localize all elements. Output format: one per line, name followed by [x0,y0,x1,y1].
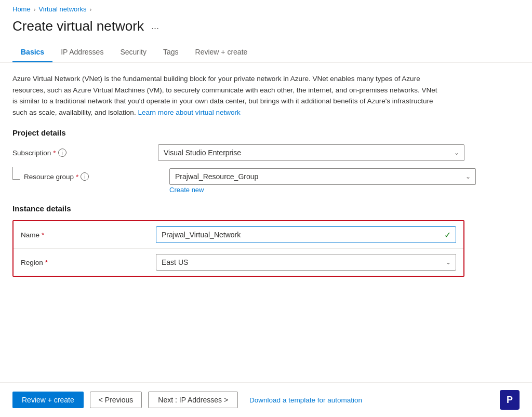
download-template-link[interactable]: Download a template for automation [249,396,362,404]
region-select-wrapper: East US ⌄ [156,254,456,271]
page-header: Create virtual network ... [0,16,532,43]
instance-name-row: Name * ✓ [14,221,463,249]
learn-more-link[interactable]: Learn more about virtual network [138,109,240,116]
rg-bracket-icon [12,167,20,180]
subscription-select[interactable]: Visual Studio Enterprise [158,144,464,161]
breadcrumb: Home › Virtual networks › [0,0,532,16]
previous-button[interactable]: < Previous [90,392,142,408]
tabs-bar: Basics IP Addresses Security Tags Review… [0,43,532,63]
resource-group-label-col: Resource group * i [12,168,169,181]
breadcrumb-home[interactable]: Home [12,5,31,13]
resource-group-select-wrapper: Prajwal_Resource_Group ⌄ [169,168,476,185]
rg-indent: Resource group * i [12,172,169,181]
tab-security[interactable]: Security [112,43,155,62]
page-title: Create virtual network [12,18,144,34]
prajwal-logo: P [500,390,520,410]
region-select[interactable]: East US [156,254,456,271]
instance-name-control: ✓ [156,226,456,243]
name-required: * [42,231,44,239]
description-text: Azure Virtual Network (VNet) is the fund… [12,73,438,118]
instance-region-row: Region * East US ⌄ [14,249,463,276]
tab-review-create[interactable]: Review + create [187,43,256,62]
region-required: * [45,259,48,266]
rg-required: * [76,173,78,181]
subscription-label: Subscription * i [12,149,158,157]
breadcrumb-virtual-networks[interactable]: Virtual networks [38,5,86,13]
subscription-select-wrapper: Visual Studio Enterprise ⌄ [158,144,464,161]
name-input-wrapper: ✓ [156,226,456,243]
breadcrumb-chevron-1: › [34,6,36,12]
instance-details-title: Instance details [12,204,520,213]
instance-region-label: Region * [21,259,156,266]
main-content: Azure Virtual Network (VNet) is the fund… [0,63,532,382]
footer-bar: Review + create < Previous Next : IP Add… [0,382,532,417]
tab-tags[interactable]: Tags [155,43,187,62]
review-create-button[interactable]: Review + create [12,392,84,408]
tab-basics[interactable]: Basics [12,43,52,62]
instance-details-section: Name * ✓ Region * East US [12,220,464,277]
subscription-required: * [53,149,56,157]
next-button[interactable]: Next : IP Addresses > [148,392,238,408]
subscription-control: Visual Studio Enterprise ⌄ [158,144,464,161]
resource-group-select[interactable]: Prajwal_Resource_Group [169,168,476,185]
instance-name-label: Name * [21,231,156,239]
name-input[interactable] [156,226,456,243]
tab-ip-addresses[interactable]: IP Addresses [52,43,112,62]
resource-group-label: Resource group * i [24,172,169,181]
page-title-ellipsis: ... [151,21,159,32]
breadcrumb-chevron-2: › [90,6,92,12]
create-new-link[interactable]: Create new [169,186,476,194]
instance-region-control: East US ⌄ [156,254,456,271]
project-details-title: Project details [12,128,520,137]
checkmark-icon: ✓ [444,230,451,240]
resource-group-row: Resource group * i Prajwal_Resource_Grou… [12,168,520,194]
subscription-row: Subscription * i Visual Studio Enterpris… [12,144,520,161]
resource-group-control: Prajwal_Resource_Group ⌄ Create new [169,168,476,194]
rg-info-icon[interactable]: i [81,172,89,181]
subscription-info-icon[interactable]: i [58,149,66,157]
